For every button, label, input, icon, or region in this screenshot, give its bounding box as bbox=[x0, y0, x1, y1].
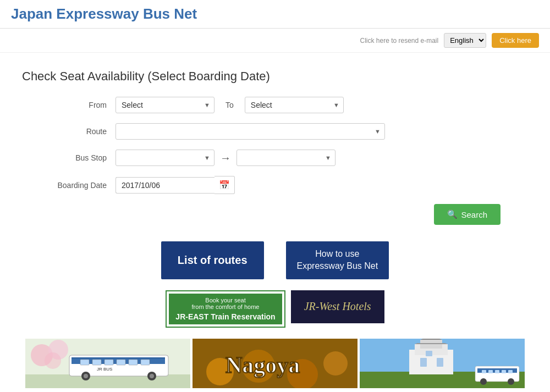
svg-rect-42 bbox=[502, 370, 506, 373]
to-select-wrapper: Select bbox=[245, 97, 344, 113]
svg-rect-13 bbox=[92, 360, 101, 365]
bus-stop-from-wrapper bbox=[116, 150, 215, 166]
svg-rect-39 bbox=[482, 370, 486, 373]
page-title: Check Seat Availability (Select Boarding… bbox=[22, 69, 528, 84]
svg-rect-12 bbox=[80, 360, 89, 365]
svg-point-9 bbox=[84, 374, 88, 378]
svg-marker-30 bbox=[420, 339, 442, 340]
castle-svg bbox=[360, 339, 525, 388]
castle-photo bbox=[360, 339, 525, 388]
svg-rect-43 bbox=[508, 370, 513, 373]
calendar-button[interactable]: 📅 bbox=[215, 176, 235, 194]
jr-east-banner[interactable]: Book your seat from the comfort of home … bbox=[166, 290, 285, 328]
boarding-date-label: Boarding Date bbox=[50, 181, 116, 190]
route-select[interactable] bbox=[116, 123, 385, 140]
click-here-button[interactable]: Click here bbox=[492, 33, 539, 48]
jr-east-brand: JR-EAST Train Reservation bbox=[175, 312, 275, 321]
bus-stop-row: Bus Stop → bbox=[50, 150, 501, 166]
promo-section: List of routes How to use Expressway Bus… bbox=[22, 241, 528, 279]
jr-west-brand: JR-West Hotels bbox=[304, 300, 371, 313]
svg-rect-15 bbox=[117, 360, 125, 365]
search-icon: 🔍 bbox=[447, 209, 458, 219]
svg-point-38 bbox=[508, 378, 514, 385]
search-label: Search bbox=[461, 210, 487, 219]
bus-stop-label: Bus Stop bbox=[50, 153, 116, 162]
boarding-date-row: Boarding Date 📅 bbox=[50, 176, 501, 194]
bus-stop-to-wrapper bbox=[237, 150, 336, 166]
svg-rect-16 bbox=[129, 360, 138, 365]
boarding-date-input[interactable] bbox=[116, 177, 215, 194]
search-form: From Select To Select Route bbox=[50, 97, 501, 225]
svg-rect-33 bbox=[437, 358, 443, 367]
svg-rect-41 bbox=[495, 370, 499, 373]
svg-rect-34 bbox=[426, 351, 432, 356]
svg-text:JR BUS: JR BUS bbox=[97, 367, 112, 372]
from-select[interactable]: Select bbox=[116, 97, 215, 113]
nagoya-photo: Nagoya bbox=[193, 339, 358, 388]
svg-point-4 bbox=[45, 352, 61, 369]
to-select[interactable]: Select bbox=[245, 97, 344, 113]
bus-stop-from-select[interactable] bbox=[116, 150, 215, 166]
language-select[interactable]: English 日本語 中文 한국어 bbox=[444, 33, 486, 48]
from-select-wrapper: Select bbox=[116, 97, 215, 113]
how-to-use-line1: How to use bbox=[315, 249, 359, 258]
svg-point-23 bbox=[323, 351, 348, 376]
resend-email-link[interactable]: Click here to resend e-mail bbox=[360, 37, 438, 45]
banner-row: Book your seat from the comfort of home … bbox=[22, 290, 528, 328]
svg-point-11 bbox=[150, 374, 154, 378]
from-label: From bbox=[50, 101, 116, 109]
list-of-routes-button[interactable]: List of routes bbox=[161, 241, 264, 279]
svg-rect-1 bbox=[25, 374, 190, 388]
bus-svg-1: JR BUS bbox=[25, 339, 190, 388]
nagoya-svg: Nagoya bbox=[193, 339, 358, 388]
photo-row: JR BUS Nagoya bbox=[22, 339, 528, 388]
route-label: Route bbox=[50, 127, 116, 136]
svg-point-37 bbox=[480, 378, 487, 385]
search-row: 🔍 Search bbox=[50, 204, 501, 225]
how-to-use-button[interactable]: How to use Expressway Bus Net bbox=[286, 241, 389, 279]
site-header: Japan Expressway Bus Net bbox=[0, 0, 550, 29]
jr-east-line2: from the comfort of home bbox=[175, 303, 275, 310]
bus-stop-to-select[interactable] bbox=[237, 150, 336, 166]
site-title: Japan Expressway Bus Net bbox=[11, 5, 539, 23]
arrow-icon: → bbox=[215, 152, 237, 164]
svg-rect-7 bbox=[72, 357, 165, 358]
svg-rect-32 bbox=[420, 358, 427, 367]
how-to-use-line2: Expressway Bus Net bbox=[297, 261, 378, 270]
from-to-row: From Select To Select bbox=[50, 97, 501, 113]
svg-rect-14 bbox=[105, 360, 113, 365]
jr-west-banner[interactable]: JR-West Hotels bbox=[291, 290, 384, 323]
svg-rect-40 bbox=[488, 370, 493, 373]
date-wrapper: 📅 bbox=[116, 176, 235, 194]
svg-rect-17 bbox=[141, 360, 150, 365]
top-bar: Click here to resend e-mail English 日本語 … bbox=[0, 29, 550, 53]
svg-marker-31 bbox=[415, 343, 448, 344]
route-select-wrapper bbox=[116, 123, 385, 140]
jr-east-line1: Book your seat bbox=[175, 297, 275, 303]
to-label: To bbox=[215, 101, 245, 109]
bus-photo-1: JR BUS bbox=[25, 339, 190, 388]
svg-text:Nagoya: Nagoya bbox=[226, 352, 300, 378]
main-content: Check Seat Availability (Select Boarding… bbox=[0, 53, 550, 392]
search-button[interactable]: 🔍 Search bbox=[434, 204, 501, 225]
route-row: Route bbox=[50, 123, 501, 140]
